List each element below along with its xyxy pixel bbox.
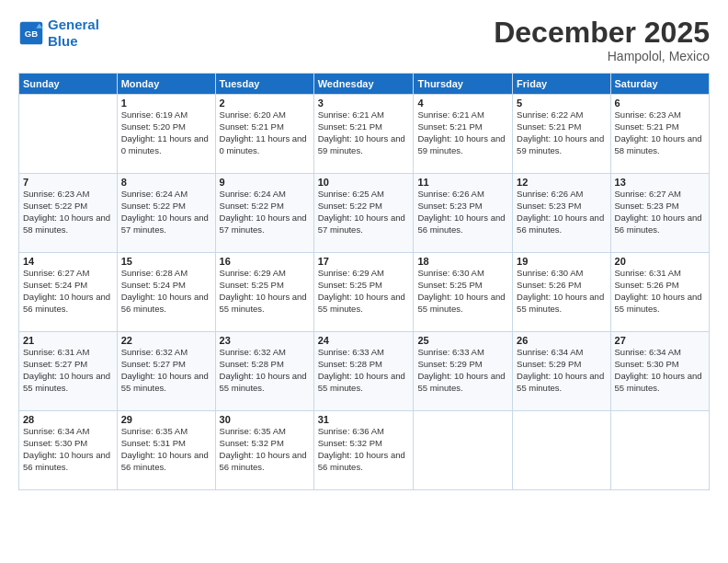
logo-line1: General	[48, 17, 99, 32]
col-saturday: Saturday	[610, 74, 709, 95]
cell-4-2: 30Sunrise: 6:35 AMSunset: 5:32 PMDayligh…	[215, 411, 313, 490]
cell-3-4: 25Sunrise: 6:33 AMSunset: 5:29 PMDayligh…	[414, 332, 513, 411]
logo-text: General Blue	[48, 17, 99, 50]
month-title: December 2025	[494, 17, 710, 49]
day-number: 3	[318, 98, 410, 109]
col-monday: Monday	[117, 74, 215, 95]
cell-2-0: 14Sunrise: 6:27 AMSunset: 5:24 PMDayligh…	[19, 253, 118, 332]
day-info: Sunrise: 6:30 AMSunset: 5:25 PMDaylight:…	[417, 268, 508, 315]
day-info: Sunrise: 6:32 AMSunset: 5:28 PMDaylight:…	[220, 347, 310, 394]
day-info: Sunrise: 6:23 AMSunset: 5:21 PMDaylight:…	[615, 109, 705, 156]
cell-2-3: 17Sunrise: 6:29 AMSunset: 5:25 PMDayligh…	[313, 253, 414, 332]
day-number: 16	[220, 256, 310, 267]
day-number: 1	[121, 98, 211, 109]
col-wednesday: Wednesday	[313, 74, 414, 95]
week-row-3: 21Sunrise: 6:31 AMSunset: 5:27 PMDayligh…	[19, 332, 710, 411]
day-info: Sunrise: 6:24 AMSunset: 5:22 PMDaylight:…	[220, 189, 310, 236]
day-number: 5	[517, 98, 606, 109]
logo-icon: GB	[18, 20, 44, 46]
day-info: Sunrise: 6:26 AMSunset: 5:23 PMDaylight:…	[517, 189, 606, 236]
day-number: 11	[417, 177, 508, 188]
cell-0-4: 4Sunrise: 6:21 AMSunset: 5:21 PMDaylight…	[414, 95, 513, 174]
col-sunday: Sunday	[19, 74, 118, 95]
weekday-row: Sunday Monday Tuesday Wednesday Thursday…	[19, 74, 710, 95]
cell-1-6: 13Sunrise: 6:27 AMSunset: 5:23 PMDayligh…	[610, 174, 709, 253]
day-info: Sunrise: 6:34 AMSunset: 5:30 PMDaylight:…	[23, 426, 113, 473]
day-number: 21	[23, 335, 113, 346]
day-number: 29	[121, 414, 211, 425]
cell-0-2: 2Sunrise: 6:20 AMSunset: 5:21 PMDaylight…	[215, 95, 313, 174]
logo-line2: Blue	[48, 33, 78, 49]
day-info: Sunrise: 6:25 AMSunset: 5:22 PMDaylight:…	[318, 189, 410, 236]
day-number: 15	[121, 256, 211, 267]
cell-2-4: 18Sunrise: 6:30 AMSunset: 5:25 PMDayligh…	[414, 253, 513, 332]
day-number: 6	[615, 98, 705, 109]
day-number: 26	[517, 335, 606, 346]
day-number: 10	[318, 177, 410, 188]
day-number: 30	[220, 414, 310, 425]
day-info: Sunrise: 6:24 AMSunset: 5:22 PMDaylight:…	[121, 189, 211, 236]
week-row-4: 28Sunrise: 6:34 AMSunset: 5:30 PMDayligh…	[19, 411, 710, 490]
cell-4-1: 29Sunrise: 6:35 AMSunset: 5:31 PMDayligh…	[117, 411, 215, 490]
cell-2-5: 19Sunrise: 6:30 AMSunset: 5:26 PMDayligh…	[513, 253, 610, 332]
page: GB General Blue December 2025 Hampolol, …	[0, 0, 728, 563]
cell-2-1: 15Sunrise: 6:28 AMSunset: 5:24 PMDayligh…	[117, 253, 215, 332]
cell-3-2: 23Sunrise: 6:32 AMSunset: 5:28 PMDayligh…	[215, 332, 313, 411]
cell-2-6: 20Sunrise: 6:31 AMSunset: 5:26 PMDayligh…	[610, 253, 709, 332]
day-info: Sunrise: 6:35 AMSunset: 5:31 PMDaylight:…	[121, 426, 211, 473]
day-number: 31	[318, 414, 410, 425]
day-info: Sunrise: 6:22 AMSunset: 5:21 PMDaylight:…	[517, 109, 606, 156]
day-info: Sunrise: 6:29 AMSunset: 5:25 PMDaylight:…	[220, 268, 310, 315]
day-info: Sunrise: 6:21 AMSunset: 5:21 PMDaylight:…	[417, 109, 508, 156]
cell-3-6: 27Sunrise: 6:34 AMSunset: 5:30 PMDayligh…	[610, 332, 709, 411]
week-row-1: 7Sunrise: 6:23 AMSunset: 5:22 PMDaylight…	[19, 174, 710, 253]
day-info: Sunrise: 6:20 AMSunset: 5:21 PMDaylight:…	[220, 109, 310, 156]
day-number: 17	[318, 256, 410, 267]
cell-4-5	[513, 411, 610, 490]
week-row-2: 14Sunrise: 6:27 AMSunset: 5:24 PMDayligh…	[19, 253, 710, 332]
day-info: Sunrise: 6:27 AMSunset: 5:23 PMDaylight:…	[615, 189, 705, 236]
cell-3-3: 24Sunrise: 6:33 AMSunset: 5:28 PMDayligh…	[313, 332, 414, 411]
day-number: 27	[615, 335, 705, 346]
day-number: 20	[615, 256, 705, 267]
day-number: 4	[417, 98, 508, 109]
cell-1-4: 11Sunrise: 6:26 AMSunset: 5:23 PMDayligh…	[414, 174, 513, 253]
cell-4-0: 28Sunrise: 6:34 AMSunset: 5:30 PMDayligh…	[19, 411, 118, 490]
day-info: Sunrise: 6:26 AMSunset: 5:23 PMDaylight:…	[417, 189, 508, 236]
calendar: Sunday Monday Tuesday Wednesday Thursday…	[18, 73, 710, 490]
cell-0-6: 6Sunrise: 6:23 AMSunset: 5:21 PMDaylight…	[610, 95, 709, 174]
day-info: Sunrise: 6:31 AMSunset: 5:26 PMDaylight:…	[615, 268, 705, 315]
day-number: 24	[318, 335, 410, 346]
col-tuesday: Tuesday	[215, 74, 313, 95]
logo: GB General Blue	[18, 17, 99, 50]
day-info: Sunrise: 6:21 AMSunset: 5:21 PMDaylight:…	[318, 109, 410, 156]
day-info: Sunrise: 6:31 AMSunset: 5:27 PMDaylight:…	[23, 347, 113, 394]
cell-0-5: 5Sunrise: 6:22 AMSunset: 5:21 PMDaylight…	[513, 95, 610, 174]
day-number: 18	[417, 256, 508, 267]
cell-1-0: 7Sunrise: 6:23 AMSunset: 5:22 PMDaylight…	[19, 174, 118, 253]
cell-2-2: 16Sunrise: 6:29 AMSunset: 5:25 PMDayligh…	[215, 253, 313, 332]
day-number: 28	[23, 414, 113, 425]
cell-1-1: 8Sunrise: 6:24 AMSunset: 5:22 PMDaylight…	[117, 174, 215, 253]
day-number: 9	[220, 177, 310, 188]
day-info: Sunrise: 6:19 AMSunset: 5:20 PMDaylight:…	[121, 109, 211, 156]
week-row-0: 1Sunrise: 6:19 AMSunset: 5:20 PMDaylight…	[19, 95, 710, 174]
day-info: Sunrise: 6:30 AMSunset: 5:26 PMDaylight:…	[517, 268, 606, 315]
day-number: 23	[220, 335, 310, 346]
cell-1-5: 12Sunrise: 6:26 AMSunset: 5:23 PMDayligh…	[513, 174, 610, 253]
day-number: 25	[417, 335, 508, 346]
day-number: 2	[220, 98, 310, 109]
day-info: Sunrise: 6:34 AMSunset: 5:29 PMDaylight:…	[517, 347, 606, 394]
cell-4-4	[414, 411, 513, 490]
svg-text:GB: GB	[25, 29, 38, 39]
day-info: Sunrise: 6:23 AMSunset: 5:22 PMDaylight:…	[23, 189, 113, 236]
day-info: Sunrise: 6:34 AMSunset: 5:30 PMDaylight:…	[615, 347, 705, 394]
location: Hampolol, Mexico	[494, 49, 710, 63]
day-number: 12	[517, 177, 606, 188]
day-info: Sunrise: 6:28 AMSunset: 5:24 PMDaylight:…	[121, 268, 211, 315]
cell-3-0: 21Sunrise: 6:31 AMSunset: 5:27 PMDayligh…	[19, 332, 118, 411]
day-info: Sunrise: 6:29 AMSunset: 5:25 PMDaylight:…	[318, 268, 410, 315]
col-thursday: Thursday	[414, 74, 513, 95]
cell-0-1: 1Sunrise: 6:19 AMSunset: 5:20 PMDaylight…	[117, 95, 215, 174]
cell-3-5: 26Sunrise: 6:34 AMSunset: 5:29 PMDayligh…	[513, 332, 610, 411]
